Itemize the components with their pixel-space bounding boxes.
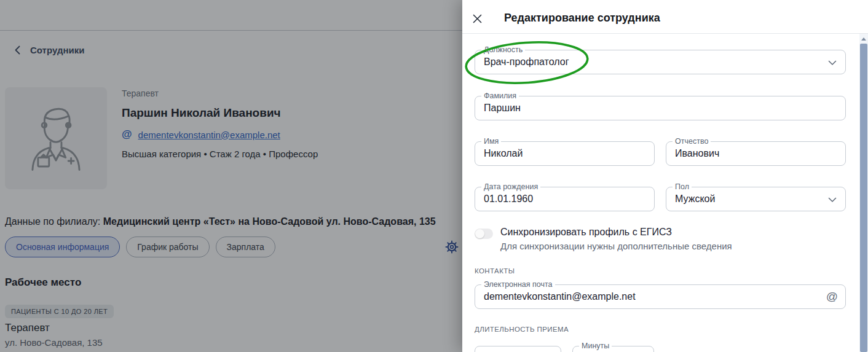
close-icon[interactable] xyxy=(471,12,483,25)
scroll-up-arrow-icon[interactable] xyxy=(861,37,866,41)
position-field[interactable]: Должность Врач-профпатолог xyxy=(475,50,846,74)
minutes-label: Минуты xyxy=(579,342,612,350)
duration-section-label: ДЛИТЕЛЬНОСТЬ ПРИЕМА xyxy=(475,326,846,333)
drawer-header: Редактирование сотрудника xyxy=(462,0,868,34)
at-icon: @ xyxy=(826,290,838,303)
drawer-scrollbar[interactable] xyxy=(859,34,868,352)
last-name-field[interactable]: Фамилия Паршин xyxy=(475,96,846,120)
egisz-sync-toggle[interactable] xyxy=(475,229,493,239)
contacts-section-label: КОНТАКТЫ xyxy=(475,267,846,275)
chevron-down-icon xyxy=(828,197,837,203)
scrollbar-thumb[interactable] xyxy=(860,44,867,352)
birth-date-label: Дата рождения xyxy=(481,182,540,191)
screen: Сотрудники Терапевт Паршин Николай Ивано… xyxy=(0,0,868,352)
last-name-label: Фамилия xyxy=(481,92,519,100)
position-value: Врач-профпатолог xyxy=(475,50,845,74)
egisz-sync-label: Синхронизировать профиль с ЕГИСЗ xyxy=(500,227,732,238)
first-name-value: Николай xyxy=(475,142,654,165)
drawer-title: Редактирование сотрудника xyxy=(504,12,660,25)
chevron-down-icon xyxy=(828,60,837,66)
email-field[interactable]: Электронная почта dementevkonstantin@exa… xyxy=(475,284,846,309)
egisz-sync-hint: Для синхронизации нужны дополнительные с… xyxy=(500,241,732,251)
position-label: Должность xyxy=(481,45,525,54)
drawer-body: Должность Врач-профпатолог Фамилия Парши… xyxy=(462,34,868,352)
minutes-field[interactable]: Минуты xyxy=(572,346,654,352)
gender-label: Пол xyxy=(673,182,692,191)
middle-name-field[interactable]: Отчество Иванович xyxy=(666,141,846,166)
gender-value: Мужской xyxy=(666,187,845,211)
edit-employee-drawer: Редактирование сотрудника Должность Врач… xyxy=(462,0,868,352)
toggle-knob xyxy=(475,229,484,238)
hours-field[interactable] xyxy=(475,346,561,352)
last-name-value: Паршин xyxy=(475,96,845,120)
birth-date-field[interactable]: Дата рождения 01.01.1960 xyxy=(475,187,655,211)
gender-field[interactable]: Пол Мужской xyxy=(666,187,846,211)
egisz-sync-row: Синхронизировать профиль с ЕГИСЗ Для син… xyxy=(475,227,846,251)
duration-row: Минуты xyxy=(475,346,846,352)
middle-name-label: Отчество xyxy=(673,137,711,146)
first-name-field[interactable]: Имя Николай xyxy=(475,141,655,166)
first-name-label: Имя xyxy=(481,137,501,146)
email-label: Электронная почта xyxy=(481,280,555,289)
